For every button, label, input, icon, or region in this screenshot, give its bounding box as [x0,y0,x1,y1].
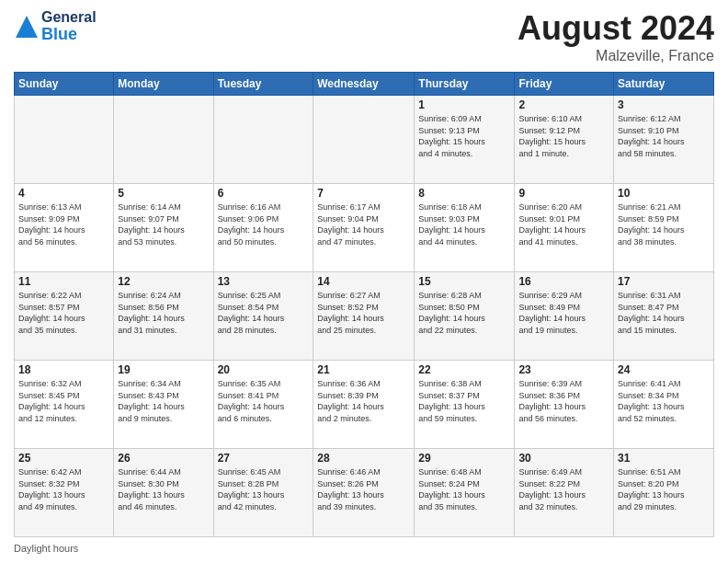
day-number: 12 [118,275,209,288]
day-info: Sunrise: 6:42 AM Sunset: 8:32 PM Dayligh… [18,466,109,512]
calendar-table: SundayMondayTuesdayWednesdayThursdayFrid… [14,72,714,537]
day-cell [114,96,213,184]
logo-general-text: General [41,9,97,26]
day-number: 1 [418,98,510,111]
day-number: 19 [118,363,209,376]
day-number: 2 [518,98,609,111]
day-info: Sunrise: 6:32 AM Sunset: 8:45 PM Dayligh… [18,378,109,424]
day-cell: 13Sunrise: 6:25 AM Sunset: 8:54 PM Dayli… [213,272,313,361]
header-day-thursday: Thursday [415,73,515,96]
day-cell: 10Sunrise: 6:21 AM Sunset: 8:59 PM Dayli… [614,184,714,272]
day-cell: 14Sunrise: 6:27 AM Sunset: 8:52 PM Dayli… [313,272,415,361]
day-number: 24 [618,363,710,376]
day-cell: 12Sunrise: 6:24 AM Sunset: 8:56 PM Dayli… [114,272,213,361]
day-number: 23 [518,363,609,376]
page: General Blue August 2024 Malzeville, Fra… [0,0,728,563]
day-info: Sunrise: 6:36 AM Sunset: 8:39 PM Dayligh… [317,378,410,424]
day-number: 28 [317,452,410,465]
week-row-1: 4Sunrise: 6:13 AM Sunset: 9:09 PM Daylig… [15,184,714,272]
day-number: 22 [418,363,510,376]
day-number: 25 [18,452,109,465]
day-info: Sunrise: 6:49 AM Sunset: 8:22 PM Dayligh… [518,466,609,512]
day-number: 8 [418,187,510,200]
day-number: 21 [317,363,410,376]
day-cell: 5Sunrise: 6:14 AM Sunset: 9:07 PM Daylig… [114,184,213,272]
header-row: SundayMondayTuesdayWednesdayThursdayFrid… [15,73,714,96]
week-row-4: 25Sunrise: 6:42 AM Sunset: 8:32 PM Dayli… [15,449,714,537]
day-number: 9 [518,187,609,200]
day-number: 11 [18,275,109,288]
logo: General Blue [14,9,97,43]
day-info: Sunrise: 6:17 AM Sunset: 9:04 PM Dayligh… [317,201,410,247]
day-info: Sunrise: 6:39 AM Sunset: 8:36 PM Dayligh… [518,378,609,424]
day-cell: 23Sunrise: 6:39 AM Sunset: 8:36 PM Dayli… [515,361,614,449]
day-number: 6 [218,187,310,200]
day-number: 15 [418,275,510,288]
day-cell: 22Sunrise: 6:38 AM Sunset: 8:37 PM Dayli… [415,361,515,449]
day-cell: 9Sunrise: 6:20 AM Sunset: 9:01 PM Daylig… [515,184,614,272]
location: Malzeville, France [518,48,714,64]
day-info: Sunrise: 6:48 AM Sunset: 8:24 PM Dayligh… [418,466,510,512]
day-cell: 21Sunrise: 6:36 AM Sunset: 8:39 PM Dayli… [313,361,415,449]
day-cell: 27Sunrise: 6:45 AM Sunset: 8:28 PM Dayli… [213,449,313,537]
day-cell: 19Sunrise: 6:34 AM Sunset: 8:43 PM Dayli… [114,361,213,449]
day-info: Sunrise: 6:24 AM Sunset: 8:56 PM Dayligh… [118,290,209,336]
header-day-wednesday: Wednesday [313,73,415,96]
svg-marker-0 [16,16,38,38]
day-cell: 29Sunrise: 6:48 AM Sunset: 8:24 PM Dayli… [415,449,515,537]
day-info: Sunrise: 6:10 AM Sunset: 9:12 PM Dayligh… [518,113,609,159]
week-row-0: 1Sunrise: 6:09 AM Sunset: 9:13 PM Daylig… [15,96,714,184]
day-cell: 30Sunrise: 6:49 AM Sunset: 8:22 PM Dayli… [515,449,614,537]
day-info: Sunrise: 6:12 AM Sunset: 9:10 PM Dayligh… [618,113,710,159]
day-cell: 8Sunrise: 6:18 AM Sunset: 9:03 PM Daylig… [415,184,515,272]
day-cell: 7Sunrise: 6:17 AM Sunset: 9:04 PM Daylig… [313,184,415,272]
header: General Blue August 2024 Malzeville, Fra… [14,9,714,64]
month-title: August 2024 [518,9,714,48]
day-info: Sunrise: 6:41 AM Sunset: 8:34 PM Dayligh… [618,378,710,424]
day-info: Sunrise: 6:14 AM Sunset: 9:07 PM Dayligh… [118,201,209,247]
calendar-header: SundayMondayTuesdayWednesdayThursdayFrid… [15,73,714,96]
header-day-saturday: Saturday [614,73,714,96]
day-cell: 26Sunrise: 6:44 AM Sunset: 8:30 PM Dayli… [114,449,213,537]
day-cell: 18Sunrise: 6:32 AM Sunset: 8:45 PM Dayli… [15,361,114,449]
day-number: 13 [218,275,310,288]
day-number: 16 [518,275,609,288]
day-cell: 2Sunrise: 6:10 AM Sunset: 9:12 PM Daylig… [515,96,614,184]
header-day-tuesday: Tuesday [213,73,313,96]
day-cell: 31Sunrise: 6:51 AM Sunset: 8:20 PM Dayli… [614,449,714,537]
header-day-friday: Friday [515,73,614,96]
day-cell: 24Sunrise: 6:41 AM Sunset: 8:34 PM Dayli… [614,361,714,449]
day-info: Sunrise: 6:31 AM Sunset: 8:47 PM Dayligh… [618,290,710,336]
calendar-body: 1Sunrise: 6:09 AM Sunset: 9:13 PM Daylig… [15,96,714,537]
day-number: 31 [618,452,710,465]
day-info: Sunrise: 6:09 AM Sunset: 9:13 PM Dayligh… [418,113,510,159]
day-cell: 16Sunrise: 6:29 AM Sunset: 8:49 PM Dayli… [515,272,614,361]
daylight-label: Daylight hours [14,543,78,554]
logo-icon [14,14,40,40]
day-info: Sunrise: 6:45 AM Sunset: 8:28 PM Dayligh… [218,466,310,512]
header-day-monday: Monday [114,73,213,96]
day-cell: 3Sunrise: 6:12 AM Sunset: 9:10 PM Daylig… [614,96,714,184]
day-cell [213,96,313,184]
day-info: Sunrise: 6:38 AM Sunset: 8:37 PM Dayligh… [418,378,510,424]
day-info: Sunrise: 6:22 AM Sunset: 8:57 PM Dayligh… [18,290,109,336]
day-info: Sunrise: 6:20 AM Sunset: 9:01 PM Dayligh… [518,201,609,247]
day-cell: 4Sunrise: 6:13 AM Sunset: 9:09 PM Daylig… [15,184,114,272]
day-info: Sunrise: 6:29 AM Sunset: 8:49 PM Dayligh… [518,290,609,336]
day-cell [15,96,114,184]
day-info: Sunrise: 6:13 AM Sunset: 9:09 PM Dayligh… [18,201,109,247]
day-number: 20 [218,363,310,376]
day-info: Sunrise: 6:21 AM Sunset: 8:59 PM Dayligh… [618,201,710,247]
week-row-2: 11Sunrise: 6:22 AM Sunset: 8:57 PM Dayli… [15,272,714,361]
day-number: 18 [18,363,109,376]
day-number: 17 [618,275,710,288]
calendar: SundayMondayTuesdayWednesdayThursdayFrid… [14,72,714,537]
day-number: 3 [618,98,710,111]
day-info: Sunrise: 6:28 AM Sunset: 8:50 PM Dayligh… [418,290,510,336]
logo-text: General Blue [41,9,97,43]
day-number: 5 [118,187,209,200]
day-number: 14 [317,275,410,288]
day-number: 10 [618,187,710,200]
day-info: Sunrise: 6:46 AM Sunset: 8:26 PM Dayligh… [317,466,410,512]
day-info: Sunrise: 6:51 AM Sunset: 8:20 PM Dayligh… [618,466,710,512]
